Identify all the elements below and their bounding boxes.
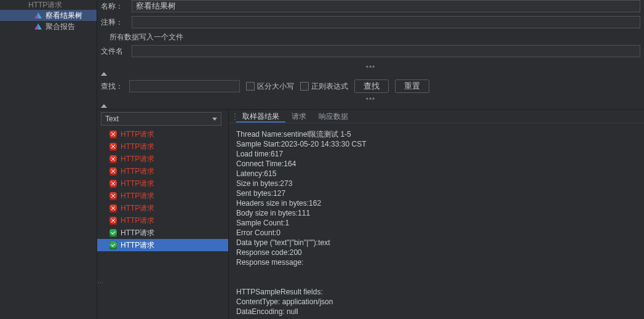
- sidebar-item-result-tree[interactable]: 察看结果树: [0, 10, 97, 21]
- error-shield-icon: [109, 217, 117, 225]
- sidebar-item-http[interactable]: HTTP请求: [0, 0, 97, 10]
- error-shield-icon: [109, 131, 117, 139]
- split-pane: Text HTTP请求HTTP请求HTTP请求HTTP请求HTTP请求HTTP请…: [97, 110, 644, 319]
- comment-label: 注释：: [101, 17, 127, 28]
- tab-1[interactable]: 请求: [285, 110, 312, 123]
- tab-0[interactable]: 取样器结果: [236, 110, 285, 123]
- checkbox-icon: [246, 82, 255, 91]
- main-panel: 名称： 注释： 所有数据写入一个文件 文件名 ••• 查找： 区分大小写 正则表…: [97, 0, 644, 319]
- result-item[interactable]: HTTP请求: [97, 177, 228, 190]
- case-label: 区分大小写: [257, 81, 294, 92]
- h-resize-handle-2[interactable]: •••: [97, 95, 644, 103]
- ok-shield-icon: [109, 229, 117, 237]
- collapse-toggle[interactable]: [101, 72, 107, 76]
- gauge-icon: [34, 12, 42, 18]
- result-item-label: HTTP请求: [121, 240, 154, 251]
- sidebar-item-label: 聚合报告: [46, 22, 75, 32]
- checkbox-icon: [300, 82, 309, 91]
- result-item-label: HTTP请求: [121, 179, 154, 189]
- result-item-label: HTTP请求: [121, 166, 154, 177]
- v-resize-handle[interactable]: ⋮: [231, 110, 236, 123]
- result-item-label: HTTP请求: [121, 228, 154, 238]
- result-item[interactable]: HTTP请求: [97, 140, 228, 153]
- chevron-down-icon: [212, 118, 217, 121]
- search-input[interactable]: [129, 80, 240, 92]
- sidebar-item-label: HTTP请求: [28, 0, 62, 10]
- result-item-label: HTTP请求: [121, 216, 154, 226]
- sidebar: HTTP请求 察看结果树 聚合报告: [0, 0, 97, 319]
- result-item-label: HTTP请求: [121, 203, 154, 214]
- regex-checkbox[interactable]: 正则表达式: [300, 81, 348, 92]
- file-label: 文件名: [101, 46, 127, 57]
- result-item[interactable]: HTTP请求: [97, 165, 228, 177]
- vertical-resize-handle[interactable]: ⋮: [97, 280, 104, 286]
- detail-tabs: ⋮ 取样器结果请求响应数据: [229, 110, 644, 123]
- sampler-detail-text: Thread Name:sentinel限流测试 1-5 Sample Star…: [229, 123, 644, 319]
- comment-field[interactable]: [132, 16, 640, 28]
- h-resize-handle[interactable]: •••: [97, 63, 644, 71]
- collapse-toggle-2[interactable]: [101, 104, 107, 108]
- error-shield-icon: [109, 204, 117, 212]
- error-shield-icon: [109, 180, 117, 188]
- write-all-label: 所有数据写入一个文件: [101, 32, 640, 42]
- error-shield-icon: [109, 168, 117, 176]
- name-field[interactable]: [132, 0, 640, 12]
- reset-button[interactable]: 重置: [395, 79, 429, 93]
- search-row: 查找： 区分大小写 正则表达式 查找 重置: [97, 77, 644, 95]
- name-label: 名称：: [101, 1, 127, 12]
- regex-label: 正则表达式: [311, 81, 348, 92]
- result-item[interactable]: HTTP请求: [97, 128, 228, 140]
- sidebar-item-label: 察看结果树: [46, 10, 82, 21]
- search-label: 查找：: [101, 81, 123, 92]
- renderer-combo[interactable]: Text: [101, 112, 221, 126]
- result-tree[interactable]: HTTP请求HTTP请求HTTP请求HTTP请求HTTP请求HTTP请求HTTP…: [97, 128, 228, 319]
- error-shield-icon: [109, 192, 117, 200]
- error-shield-icon: [109, 155, 117, 163]
- result-item-label: HTTP请求: [121, 129, 154, 140]
- tab-2[interactable]: 响应数据: [312, 110, 354, 123]
- ok-shield-icon: [109, 241, 117, 249]
- gauge-icon: [34, 23, 42, 30]
- find-button[interactable]: 查找: [354, 79, 389, 93]
- result-item-label: HTTP请求: [121, 142, 154, 152]
- result-item[interactable]: HTTP请求: [97, 214, 228, 227]
- result-item[interactable]: HTTP请求: [97, 202, 228, 214]
- result-item[interactable]: HTTP请求: [97, 190, 228, 202]
- detail-pane: ⋮ 取样器结果请求响应数据 Thread Name:sentinel限流测试 1…: [229, 110, 644, 319]
- result-item-label: HTTP请求: [121, 191, 154, 201]
- result-item-label: HTTP请求: [121, 154, 154, 164]
- sidebar-item-aggregate-report[interactable]: 聚合报告: [0, 21, 97, 32]
- result-item[interactable]: HTTP请求: [97, 227, 228, 239]
- error-shield-icon: [109, 143, 117, 151]
- case-checkbox[interactable]: 区分大小写: [246, 81, 294, 92]
- result-item[interactable]: HTTP请求: [97, 239, 228, 251]
- result-item[interactable]: HTTP请求: [97, 153, 228, 165]
- results-pane: Text HTTP请求HTTP请求HTTP请求HTTP请求HTTP请求HTTP请…: [97, 110, 229, 319]
- renderer-value: Text: [105, 115, 119, 123]
- file-field[interactable]: [132, 45, 640, 57]
- form-area: 名称： 注释： 所有数据写入一个文件 文件名: [97, 0, 644, 63]
